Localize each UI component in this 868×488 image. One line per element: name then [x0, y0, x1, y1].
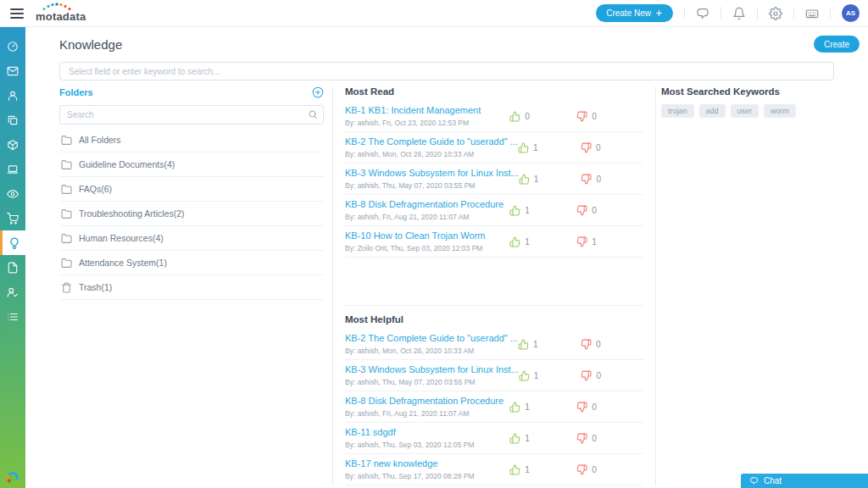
- keyword-tag[interactable]: worm: [764, 104, 796, 118]
- thumbs-up-button[interactable]: 0: [509, 111, 576, 122]
- search-icon: [308, 109, 318, 119]
- thumbs-down-button[interactable]: 0: [581, 370, 643, 381]
- avatar[interactable]: AS: [842, 4, 860, 22]
- article-row: KB-11 sdgdf By: ashish, Thu, Sep 03, 202…: [345, 423, 643, 454]
- thumbs-up-button[interactable]: 1: [518, 142, 581, 153]
- sidebar-item-copy-icon[interactable]: [0, 108, 25, 132]
- thumbs-up-icon: [509, 433, 520, 444]
- gear-icon[interactable]: [769, 7, 782, 20]
- folder-label: Attendance System(1): [79, 258, 167, 268]
- main-panel: Knowledge Create Folders: [25, 27, 868, 488]
- dislike-count: 0: [596, 371, 601, 380]
- thumbs-down-icon: [581, 142, 592, 153]
- thumbs-up-button[interactable]: 1: [509, 236, 576, 247]
- sidebar-item-file-icon[interactable]: [0, 255, 25, 280]
- folder-search-input[interactable]: [59, 105, 324, 125]
- folder-item[interactable]: Attendance System(1): [59, 251, 324, 275]
- keyword-tag[interactable]: add: [699, 104, 726, 118]
- thumbs-down-button[interactable]: 0: [576, 402, 643, 413]
- plus-icon: [655, 9, 663, 17]
- divider: [830, 7, 831, 19]
- keyboard-icon[interactable]: [805, 7, 819, 20]
- dislike-count: 0: [596, 143, 601, 152]
- thumbs-down-button[interactable]: 0: [576, 205, 643, 216]
- sidebar-item-bulb-icon[interactable]: [0, 230, 25, 255]
- thumbs-up-button[interactable]: 1: [509, 402, 576, 413]
- folder-item[interactable]: FAQs(6): [59, 177, 324, 202]
- folder-icon: [61, 159, 72, 170]
- brand-name: motadata: [36, 10, 86, 23]
- like-count: 1: [525, 237, 530, 247]
- thumbs-down-button[interactable]: 0: [576, 111, 643, 122]
- folder-label: Guideline Documents(4): [79, 159, 175, 169]
- sidebar-item-eye-icon[interactable]: [0, 181, 25, 206]
- folder-list: All Folders Guideline Documents(4) FAQs(…: [59, 128, 324, 300]
- article-link[interactable]: KB-2 The Complete Guide to "useradd" ...: [345, 333, 518, 344]
- thumbs-up-button[interactable]: 1: [509, 464, 576, 475]
- folder-label: Trash(1): [79, 282, 112, 292]
- article-link[interactable]: KB-1 KB1: Incident Management: [345, 105, 509, 116]
- article-row: KB-1 KB1: Incident Management By: ashish…: [345, 101, 643, 132]
- menu-icon[interactable]: [10, 8, 24, 19]
- folder-item[interactable]: Troubleshooting Articles(2): [59, 202, 324, 226]
- global-search-input[interactable]: [59, 62, 834, 80]
- sidebar-item-user-check-icon[interactable]: [0, 280, 25, 304]
- articles-panel: Most Read KB-1 KB1: Incident Management …: [332, 86, 656, 485]
- create-new-button[interactable]: Create New: [596, 4, 673, 22]
- most-read-list: KB-1 KB1: Incident Management By: ashish…: [345, 101, 643, 258]
- chat-button[interactable]: Chat: [741, 474, 868, 488]
- thumbs-up-button[interactable]: 1: [509, 205, 576, 216]
- divider: [721, 7, 721, 19]
- folder-icon: [61, 233, 72, 244]
- article-link[interactable]: KB-8 Disk Defragmentation Procedure: [345, 199, 509, 210]
- article-link[interactable]: KB-8 Disk Defragmentation Procedure: [345, 396, 509, 407]
- article-link[interactable]: KB-3 Windows Subsystem for Linux Inst...: [345, 364, 519, 375]
- folder-item[interactable]: All Folders: [59, 128, 324, 152]
- thumbs-up-button[interactable]: 1: [509, 433, 576, 444]
- sidebar-item-list-icon[interactable]: [0, 304, 25, 329]
- add-folder-icon[interactable]: [312, 86, 324, 98]
- thumbs-down-button[interactable]: 0: [581, 174, 643, 185]
- folder-icon: [61, 258, 72, 269]
- thumbs-down-button[interactable]: 0: [576, 464, 643, 475]
- thumbs-up-button[interactable]: 1: [519, 370, 581, 381]
- thumbs-up-button[interactable]: 1: [518, 339, 581, 350]
- article-link[interactable]: KB-11 sdgdf: [345, 427, 509, 438]
- like-count: 1: [534, 371, 539, 380]
- keyword-tag[interactable]: trojan: [661, 104, 694, 118]
- folder-icon: [61, 135, 72, 146]
- thumbs-down-button[interactable]: 0: [581, 142, 643, 153]
- thumbs-down-button[interactable]: 0: [581, 339, 643, 350]
- divider: [793, 7, 794, 19]
- create-button[interactable]: Create: [814, 36, 860, 53]
- chat-icon[interactable]: [696, 7, 709, 20]
- chat-bubble-icon: [749, 476, 759, 485]
- folder-item[interactable]: Trash(1): [59, 275, 324, 300]
- sidebar-item-mail-icon[interactable]: [0, 58, 25, 83]
- article-byline: By: ashish, Mon, Oct 26, 2020 10:33 AM: [345, 150, 518, 158]
- sidebar-item-gauge-icon[interactable]: [0, 34, 25, 58]
- sidebar-item-laptop-icon[interactable]: [0, 157, 25, 181]
- bell-icon[interactable]: [732, 7, 746, 20]
- dislike-count: 0: [592, 465, 597, 474]
- article-link[interactable]: KB-10 How to Clean Trojan Worm: [345, 230, 509, 241]
- article-link[interactable]: KB-3 Windows Subsystem for Linux Inst...: [345, 168, 519, 179]
- article-link[interactable]: KB-2 The Complete Guide to "useradd" ...: [345, 136, 518, 147]
- thumbs-up-button[interactable]: 1: [519, 174, 581, 185]
- sidebar-item-box-icon[interactable]: [0, 132, 25, 157]
- article-row: KB-2 The Complete Guide to "useradd" ...…: [345, 329, 643, 360]
- like-count: 1: [533, 340, 538, 349]
- page-title: Knowledge: [59, 37, 122, 52]
- sidebar-item-user-icon[interactable]: [0, 83, 25, 108]
- folder-item[interactable]: Guideline Documents(4): [59, 152, 324, 177]
- dislike-count: 0: [596, 175, 601, 184]
- article-row: KB-10 How to Clean Trojan Worm By: Zoilo…: [345, 226, 643, 258]
- keyword-tag[interactable]: user: [731, 104, 760, 118]
- divider: [757, 7, 758, 19]
- thumbs-up-icon: [509, 236, 520, 247]
- folder-item[interactable]: Human Resources(4): [59, 226, 324, 251]
- article-link[interactable]: KB-17 new knowledge: [345, 458, 509, 469]
- thumbs-down-button[interactable]: 0: [576, 433, 643, 444]
- sidebar-item-cart-icon[interactable]: [0, 206, 25, 230]
- thumbs-down-button[interactable]: 1: [576, 236, 643, 247]
